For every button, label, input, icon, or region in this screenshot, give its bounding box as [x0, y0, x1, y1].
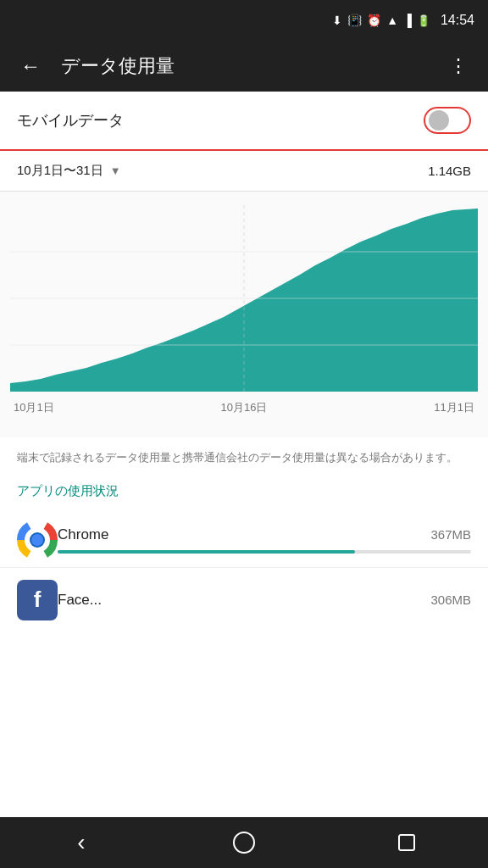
battery-icon: 🔋 — [417, 14, 430, 27]
total-data-amount: 1.14GB — [428, 164, 471, 178]
toggle-thumb — [429, 110, 449, 131]
data-usage-chart: 10月1日 10月16日 11月1日 — [0, 192, 488, 437]
back-button[interactable]: ← — [14, 47, 47, 85]
clock-icon: ⏰ — [367, 14, 381, 27]
facebook-app-info: Face... 306MB — [58, 592, 471, 609]
back-nav-button[interactable]: ‹ — [56, 817, 107, 868]
page-title: データ使用量 — [61, 53, 429, 79]
app-usage-title: アプリの使用状況 — [17, 483, 119, 498]
date-range-row: 10月1日〜31日 ▼ 1.14GB — [0, 151, 488, 192]
home-nav-button[interactable] — [219, 817, 269, 868]
chrome-progress-bar — [58, 550, 471, 554]
navigation-bar: ‹ — [0, 817, 488, 868]
vibrate-icon: 📳 — [347, 14, 362, 27]
chrome-app-data: 367MB — [430, 527, 471, 542]
date-range-label-text: 10月1日〜31日 — [17, 163, 103, 179]
chrome-icon — [17, 520, 58, 560]
app-bar: ← データ使用量 ⋮ — [0, 41, 488, 92]
download-icon: ⬇ — [332, 14, 342, 27]
facebook-app-data: 306MB — [430, 593, 471, 607]
chart-label-end: 11月1日 — [434, 400, 474, 415]
chrome-progress-fill — [58, 550, 355, 554]
home-circle-icon — [232, 831, 256, 854]
facebook-app-name: Face... — [58, 592, 102, 609]
svg-point-9 — [31, 534, 43, 546]
facebook-icon: f — [17, 580, 58, 620]
disclaimer-text: 端末で記録されるデータ使用量と携帯通信会社のデータ使用量は異なる場合があります。 — [0, 437, 488, 478]
facebook-name-row: Face... 306MB — [58, 592, 471, 609]
svg-point-10 — [234, 832, 254, 853]
app-usage-section: アプリの使用状況 — [0, 478, 488, 508]
chart-svg — [10, 205, 478, 392]
mobile-data-toggle[interactable] — [424, 107, 471, 134]
chart-label-mid: 10月16日 — [221, 400, 268, 415]
chart-axis-labels: 10月1日 10月16日 11月1日 — [10, 395, 478, 415]
chrome-name-row: Chrome 367MB — [58, 526, 471, 543]
status-time: 14:54 — [441, 13, 474, 28]
chrome-app-info: Chrome 367MB — [58, 526, 471, 554]
app-item-facebook[interactable]: f Face... 306MB — [0, 568, 488, 624]
recents-square-icon — [397, 833, 416, 852]
status-icons: ⬇ 📳 ⏰ ▲ ▐ 🔋 14:54 — [332, 13, 474, 28]
recents-nav-button[interactable] — [381, 817, 432, 868]
wifi-icon: ▲ — [386, 14, 398, 27]
dropdown-arrow-icon: ▼ — [110, 164, 121, 177]
mobile-data-label: モバイルデータ — [17, 110, 424, 131]
date-range-selector[interactable]: 10月1日〜31日 ▼ — [17, 163, 121, 179]
chart-label-start: 10月1日 — [14, 400, 54, 415]
signal-icon: ▐ — [403, 14, 412, 27]
more-options-button[interactable]: ⋮ — [442, 48, 474, 84]
status-bar: ⬇ 📳 ⏰ ▲ ▐ 🔋 14:54 — [0, 0, 488, 41]
svg-rect-11 — [399, 835, 414, 850]
mobile-data-row: モバイルデータ — [0, 92, 488, 151]
chrome-app-name: Chrome — [58, 526, 108, 543]
app-item-chrome[interactable]: Chrome 367MB — [0, 508, 488, 568]
